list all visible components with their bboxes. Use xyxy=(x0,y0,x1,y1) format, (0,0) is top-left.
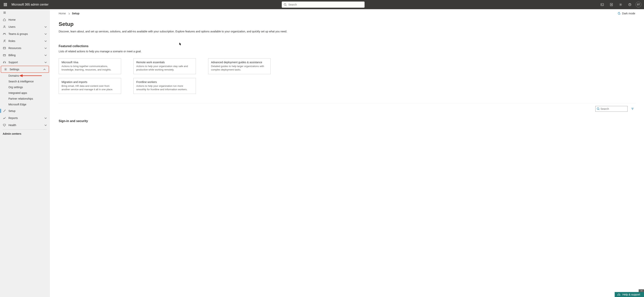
chevron-down-icon xyxy=(44,61,47,64)
card-title: Migration and imports xyxy=(62,80,118,84)
help-support-label: Help & support xyxy=(622,293,640,296)
account-avatar[interactable]: ST xyxy=(636,2,641,8)
gear-icon xyxy=(4,68,7,71)
sidebar-item-support[interactable]: Support xyxy=(0,59,50,66)
global-search[interactable] xyxy=(282,2,364,8)
card-description: Bring email, HR data and content over fr… xyxy=(62,84,118,91)
featured-card[interactable]: Migration and importsBring email, HR dat… xyxy=(59,78,121,94)
topbar: Microsoft 365 admin center ST xyxy=(0,0,644,9)
breadcrumb-home[interactable]: Home xyxy=(59,12,66,15)
card-title: Remote work essentials xyxy=(136,61,193,64)
sidebar-toggle[interactable] xyxy=(0,9,50,16)
sidebar-item-search-intelligence[interactable]: Search & intelligence xyxy=(0,78,50,84)
featured-collections-subtitle: Lists of related actions to help you man… xyxy=(59,50,635,53)
minimize-help-button[interactable] xyxy=(639,289,644,292)
chevron-down-icon xyxy=(44,116,47,120)
wand-icon xyxy=(3,109,6,113)
minimize-icon xyxy=(640,289,643,292)
sidebar-item-home[interactable]: Home xyxy=(0,16,50,23)
featured-card[interactable]: Advanced deployment guides & assistanceD… xyxy=(208,58,271,74)
global-search-input[interactable] xyxy=(288,3,363,6)
sidebar-item-label: Reports xyxy=(8,116,18,120)
featured-card[interactable]: Microsoft VivaActions to bring together … xyxy=(59,58,121,74)
breadcrumb: Home Setup xyxy=(59,12,79,15)
chevron-down-icon xyxy=(44,54,47,57)
signin-security-title: Sign-in and security xyxy=(59,119,635,123)
sidebar-item-health[interactable]: Health xyxy=(0,122,50,128)
sidebar-item-org-settings[interactable]: Org settings xyxy=(0,84,50,90)
sidebar-item-label: Roles xyxy=(8,40,15,42)
dark-mode-label: Dark mode xyxy=(622,12,635,15)
sidebar-item-teams[interactable]: Teams & groups xyxy=(0,30,50,37)
page-title: Setup xyxy=(59,21,635,27)
card-description: Actions to help your organization run mo… xyxy=(136,84,193,91)
svg-marker-30 xyxy=(19,74,22,77)
card-title: Microsoft Viva xyxy=(62,61,118,64)
sidebar-item-setup[interactable]: Setup xyxy=(0,107,50,114)
breadcrumb-current: Setup xyxy=(72,12,79,15)
sidebar-item-reports[interactable]: Reports xyxy=(0,114,50,122)
gear-icon xyxy=(619,3,622,6)
health-icon xyxy=(3,124,6,127)
annotation-arrow-icon xyxy=(19,74,42,78)
reports-icon xyxy=(3,116,6,120)
sidebar-item-partner[interactable]: Partner relationships xyxy=(0,96,50,102)
sidebar-item-label: Settings xyxy=(10,68,19,71)
sidebar-item-label: Support xyxy=(8,61,18,64)
chevron-down-icon xyxy=(44,32,47,36)
user-icon xyxy=(3,25,6,28)
sidebar-item-label: Microsoft Edge xyxy=(8,103,26,106)
featured-collections-title: Featured collections xyxy=(59,44,635,48)
sidebar-item-domains[interactable]: Domains xyxy=(0,73,50,78)
card-description: Actions to bring together communications… xyxy=(62,64,118,71)
chevron-down-icon xyxy=(44,25,47,28)
page-description: Discover, learn about, and set up servic… xyxy=(59,30,289,33)
sidebar-section-admin-centers: Admin centers xyxy=(0,130,50,137)
search-icon xyxy=(284,3,287,6)
sidebar: Home Users Teams & groups Roles Resource… xyxy=(0,9,50,297)
list-search-input[interactable] xyxy=(600,107,626,110)
sidebar-item-roles[interactable]: Roles xyxy=(0,37,50,44)
sidebar-item-edge[interactable]: Microsoft Edge xyxy=(0,102,50,107)
filter-button[interactable] xyxy=(630,106,635,112)
filter-icon xyxy=(631,107,634,110)
download-app-button[interactable] xyxy=(607,0,616,9)
sidebar-divider xyxy=(3,129,47,130)
sidebar-item-label: Search & intelligence xyxy=(8,80,34,83)
sidebar-item-settings[interactable]: Settings xyxy=(1,66,49,72)
sidebar-item-label: Home xyxy=(8,18,16,21)
help-icon xyxy=(628,3,631,6)
card-description: Detailed guides to help larger organizat… xyxy=(211,64,268,71)
help-support-button[interactable]: Help & support xyxy=(615,292,644,297)
sidebar-item-label: Teams & groups xyxy=(8,32,28,36)
sidebar-item-integrated-apps[interactable]: Integrated apps xyxy=(0,90,50,96)
headset-icon xyxy=(617,293,620,296)
moon-icon xyxy=(618,12,620,15)
sidebar-item-label: Users xyxy=(8,25,16,28)
sidebar-item-resources[interactable]: Resources xyxy=(0,44,50,52)
divider xyxy=(59,103,635,103)
featured-card[interactable]: Frontline workersActions to help your or… xyxy=(134,78,196,94)
download-icon xyxy=(610,3,613,6)
sidebar-item-users[interactable]: Users xyxy=(0,23,50,30)
roles-icon xyxy=(3,39,6,43)
sidebar-item-label: Integrated apps xyxy=(8,92,27,94)
list-search[interactable] xyxy=(595,106,628,112)
sidebar-item-label: Setup xyxy=(8,110,16,112)
menu-icon xyxy=(3,11,6,14)
sidebar-item-label: Resources xyxy=(8,46,21,50)
app-launcher-button[interactable] xyxy=(2,1,9,8)
featured-cards-grid: Microsoft VivaActions to bring together … xyxy=(59,58,635,94)
teams-icon xyxy=(3,32,6,36)
sidebar-item-billing[interactable]: Billing xyxy=(0,52,50,59)
sidebar-item-label: Domains xyxy=(8,74,19,77)
app-title: Microsoft 365 admin center xyxy=(12,3,48,6)
settings-button[interactable] xyxy=(616,0,625,9)
card-title: Advanced deployment guides & assistance xyxy=(211,61,268,64)
help-button[interactable] xyxy=(626,0,634,9)
cloud-shell-button[interactable] xyxy=(598,0,606,9)
sidebar-item-label: Partner relationships xyxy=(8,97,33,100)
featured-card[interactable]: Remote work essentialsActions to help yo… xyxy=(134,58,196,74)
chevron-down-icon xyxy=(44,124,47,127)
dark-mode-toggle[interactable]: Dark mode xyxy=(618,12,635,15)
